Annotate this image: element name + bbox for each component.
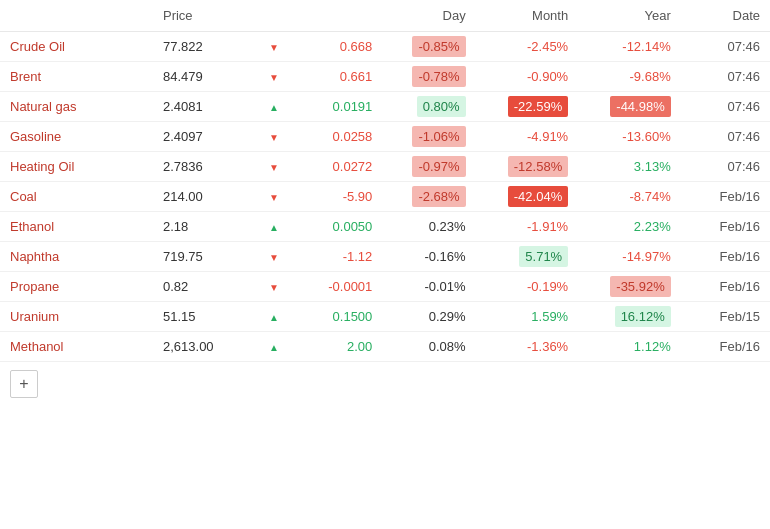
cell-date: Feb/16 xyxy=(681,272,770,302)
cell-direction-arrow: ▼ xyxy=(255,272,293,302)
col-header-change xyxy=(293,0,382,32)
down-arrow-icon: ▼ xyxy=(269,132,279,143)
table-row: Methanol2,613.00▲2.000.08%-1.36%1.12%Feb… xyxy=(0,332,770,362)
cell-year: 2.23% xyxy=(578,212,681,242)
table-header-row: Price Day Month Year Date xyxy=(0,0,770,32)
cell-day: -1.06% xyxy=(382,122,475,152)
down-arrow-icon: ▼ xyxy=(269,42,279,53)
main-container: Price Day Month Year Date Crude Oil77.82… xyxy=(0,0,770,529)
cell-change: 0.1500 xyxy=(293,302,382,332)
table-row: Ethanol2.18▲0.00500.23%-1.91%2.23%Feb/16 xyxy=(0,212,770,242)
cell-name: Brent xyxy=(0,62,153,92)
cell-day: 0.80% xyxy=(382,92,475,122)
table-row: Naphtha719.75▼-1.12-0.16%5.71%-14.97%Feb… xyxy=(0,242,770,272)
cell-price: 214.00 xyxy=(153,182,255,212)
up-arrow-icon: ▲ xyxy=(269,222,279,233)
cell-direction-arrow: ▼ xyxy=(255,122,293,152)
cell-date: Feb/16 xyxy=(681,242,770,272)
col-header-arrow xyxy=(255,0,293,32)
cell-change: 0.668 xyxy=(293,32,382,62)
cell-date: 07:46 xyxy=(681,122,770,152)
cell-day: -2.68% xyxy=(382,182,475,212)
table-row: Propane0.82▼-0.0001-0.01%-0.19%-35.92%Fe… xyxy=(0,272,770,302)
cell-change: 2.00 xyxy=(293,332,382,362)
cell-change: -0.0001 xyxy=(293,272,382,302)
cell-year: -13.60% xyxy=(578,122,681,152)
cell-direction-arrow: ▲ xyxy=(255,332,293,362)
cell-name: Ethanol xyxy=(0,212,153,242)
up-arrow-icon: ▲ xyxy=(269,342,279,353)
cell-direction-arrow: ▼ xyxy=(255,62,293,92)
cell-name: Uranium xyxy=(0,302,153,332)
add-row-button[interactable]: + xyxy=(10,370,38,398)
down-arrow-icon: ▼ xyxy=(269,282,279,293)
cell-month: -0.90% xyxy=(476,62,579,92)
cell-month: 1.59% xyxy=(476,302,579,332)
cell-direction-arrow: ▼ xyxy=(255,182,293,212)
cell-price: 84.479 xyxy=(153,62,255,92)
table-row: Heating Oil2.7836▼0.0272-0.97%-12.58%3.1… xyxy=(0,152,770,182)
col-header-price: Price xyxy=(153,0,255,32)
cell-change: 0.0191 xyxy=(293,92,382,122)
cell-year: -44.98% xyxy=(578,92,681,122)
col-header-month: Month xyxy=(476,0,579,32)
cell-change: -5.90 xyxy=(293,182,382,212)
cell-change: 0.0258 xyxy=(293,122,382,152)
cell-direction-arrow: ▼ xyxy=(255,32,293,62)
cell-price: 0.82 xyxy=(153,272,255,302)
down-arrow-icon: ▼ xyxy=(269,192,279,203)
col-header-date: Date xyxy=(681,0,770,32)
cell-name: Heating Oil xyxy=(0,152,153,182)
cell-name: Natural gas xyxy=(0,92,153,122)
cell-price: 2.18 xyxy=(153,212,255,242)
cell-month: -1.36% xyxy=(476,332,579,362)
cell-date: Feb/16 xyxy=(681,212,770,242)
cell-direction-arrow: ▲ xyxy=(255,92,293,122)
cell-year: -8.74% xyxy=(578,182,681,212)
cell-month: -22.59% xyxy=(476,92,579,122)
up-arrow-icon: ▲ xyxy=(269,102,279,113)
down-arrow-icon: ▼ xyxy=(269,162,279,173)
down-arrow-icon: ▼ xyxy=(269,72,279,83)
cell-day: 0.08% xyxy=(382,332,475,362)
commodities-table: Price Day Month Year Date Crude Oil77.82… xyxy=(0,0,770,362)
cell-price: 2.4097 xyxy=(153,122,255,152)
cell-month: -1.91% xyxy=(476,212,579,242)
table-row: Natural gas2.4081▲0.01910.80%-22.59%-44.… xyxy=(0,92,770,122)
down-arrow-icon: ▼ xyxy=(269,252,279,263)
cell-month: 5.71% xyxy=(476,242,579,272)
cell-name: Gasoline xyxy=(0,122,153,152)
cell-date: Feb/15 xyxy=(681,302,770,332)
cell-direction-arrow: ▼ xyxy=(255,242,293,272)
cell-day: -0.01% xyxy=(382,272,475,302)
cell-date: Feb/16 xyxy=(681,332,770,362)
table-row: Coal214.00▼-5.90-2.68%-42.04%-8.74%Feb/1… xyxy=(0,182,770,212)
col-header-day: Day xyxy=(382,0,475,32)
cell-year: 3.13% xyxy=(578,152,681,182)
cell-year: -12.14% xyxy=(578,32,681,62)
cell-price: 719.75 xyxy=(153,242,255,272)
cell-name: Coal xyxy=(0,182,153,212)
cell-month: -0.19% xyxy=(476,272,579,302)
col-header-name xyxy=(0,0,153,32)
cell-date: 07:46 xyxy=(681,62,770,92)
cell-day: -0.97% xyxy=(382,152,475,182)
cell-day: 0.29% xyxy=(382,302,475,332)
cell-day: -0.85% xyxy=(382,32,475,62)
cell-name: Naphtha xyxy=(0,242,153,272)
table-row: Gasoline2.4097▼0.0258-1.06%-4.91%-13.60%… xyxy=(0,122,770,152)
cell-direction-arrow: ▲ xyxy=(255,212,293,242)
cell-month: -2.45% xyxy=(476,32,579,62)
cell-year: -9.68% xyxy=(578,62,681,92)
cell-month: -42.04% xyxy=(476,182,579,212)
cell-date: Feb/16 xyxy=(681,182,770,212)
table-row: Uranium51.15▲0.15000.29%1.59%16.12%Feb/1… xyxy=(0,302,770,332)
cell-direction-arrow: ▲ xyxy=(255,302,293,332)
cell-name: Propane xyxy=(0,272,153,302)
col-header-year: Year xyxy=(578,0,681,32)
cell-price: 2.4081 xyxy=(153,92,255,122)
cell-price: 51.15 xyxy=(153,302,255,332)
cell-name: Crude Oil xyxy=(0,32,153,62)
cell-day: -0.78% xyxy=(382,62,475,92)
cell-date: 07:46 xyxy=(681,92,770,122)
